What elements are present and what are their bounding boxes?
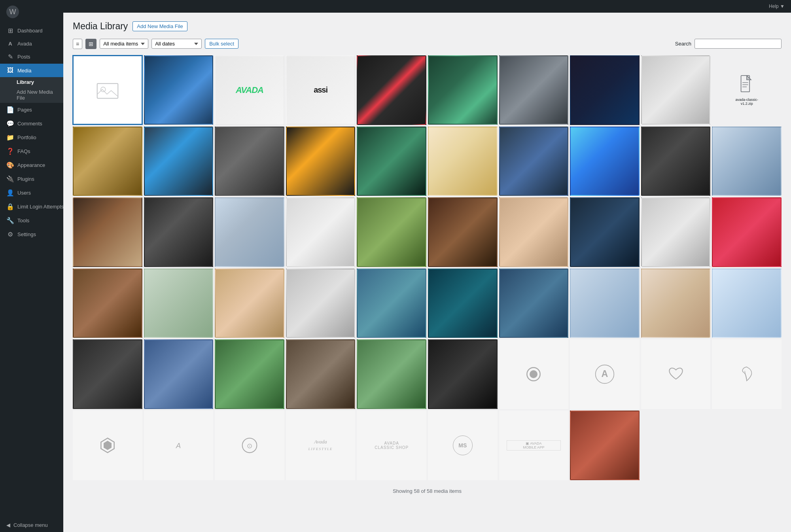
media-item[interactable] xyxy=(215,127,284,196)
media-item[interactable] xyxy=(499,339,569,409)
media-item[interactable] xyxy=(144,55,214,125)
media-item[interactable] xyxy=(357,127,426,196)
media-item[interactable] xyxy=(73,411,142,480)
help-button[interactable]: Help ▼ xyxy=(769,4,785,9)
media-item[interactable] xyxy=(570,197,640,267)
media-item[interactable] xyxy=(499,127,569,196)
sidebar-item-label: Tools xyxy=(17,218,29,223)
sidebar-item-users[interactable]: 👤 Users xyxy=(0,186,63,200)
media-item[interactable] xyxy=(286,339,356,409)
sidebar-item-dashboard[interactable]: ⊞ Dashboard xyxy=(0,24,63,38)
media-item[interactable]: AvadaLIFESTYLE xyxy=(286,411,356,480)
media-item[interactable] xyxy=(428,127,498,196)
media-item[interactable]: AVADA xyxy=(215,55,284,125)
media-item[interactable] xyxy=(499,197,569,267)
svg-marker-12 xyxy=(104,441,112,450)
svg-rect-0 xyxy=(97,83,118,98)
media-item[interactable] xyxy=(428,197,498,267)
sidebar-item-posts[interactable]: ✎ Posts xyxy=(0,50,63,64)
media-item[interactable] xyxy=(73,197,142,267)
media-item[interactable] xyxy=(570,269,640,338)
media-grid: AVADAassi avada-classic-v1.2.zip AA⊙Avad… xyxy=(73,55,782,480)
media-item[interactable] xyxy=(428,55,498,125)
media-item[interactable] xyxy=(641,127,711,196)
media-item[interactable] xyxy=(499,55,569,125)
wordpress-logo: W xyxy=(6,6,19,18)
media-item[interactable]: avada-classic-v1.2.zip xyxy=(712,55,782,125)
sidebar-item-label: Media xyxy=(17,68,31,74)
sidebar-item-faqs[interactable]: ❓ FAQs xyxy=(0,144,63,158)
media-item[interactable] xyxy=(144,269,214,338)
grid-view-button[interactable]: ⊞ xyxy=(85,39,97,49)
sidebar-item-limit-login[interactable]: 🔒 Limit Login Attempts xyxy=(0,200,63,214)
sidebar-item-appearance[interactable]: 🎨 Appearance xyxy=(0,158,63,172)
media-item[interactable]: assi xyxy=(286,55,356,125)
media-item[interactable] xyxy=(712,269,782,338)
sidebar-item-avada[interactable]: A Avada xyxy=(0,38,63,50)
media-item[interactable] xyxy=(215,339,284,409)
media-item[interactable] xyxy=(428,339,498,409)
media-item[interactable] xyxy=(570,55,640,125)
media-item[interactable] xyxy=(357,269,426,338)
sidebar-item-comments[interactable]: 💬 Comments xyxy=(0,117,63,131)
media-item[interactable] xyxy=(641,55,711,125)
svg-point-7 xyxy=(530,370,537,378)
sidebar-item-portfolio[interactable]: 📁 Portfolio xyxy=(0,131,63,144)
sidebar-item-label: Portfolio xyxy=(17,134,36,140)
collapse-menu-button[interactable]: ◀ Collapse menu xyxy=(0,518,63,532)
media-item[interactable] xyxy=(73,339,142,409)
media-item[interactable] xyxy=(215,269,284,338)
page-header: Media Library Add New Media File xyxy=(73,21,782,32)
media-item[interactable] xyxy=(357,339,426,409)
media-item[interactable]: AVADACLASSIC SHOP xyxy=(357,411,426,480)
media-item[interactable] xyxy=(357,197,426,267)
sidebar-item-media[interactable]: 🖼 Media xyxy=(0,64,63,77)
media-item[interactable]: ▣ AVADAMOBILE APP xyxy=(499,411,569,480)
media-item[interactable] xyxy=(286,127,356,196)
media-item[interactable] xyxy=(286,269,356,338)
media-item[interactable] xyxy=(712,339,782,409)
sidebar-subitem-add-new[interactable]: Add New Media File xyxy=(0,87,63,103)
sidebar-item-pages[interactable]: 📄 Pages xyxy=(0,103,63,117)
media-item[interactable] xyxy=(641,197,711,267)
media-item[interactable] xyxy=(357,55,426,125)
collapse-arrow-icon: ◀ xyxy=(6,522,10,528)
sidebar-nav-lower: 📄 Pages 💬 Comments 📁 Portfolio ❓ FAQs 🎨 … xyxy=(0,103,63,241)
sidebar-item-label: FAQs xyxy=(17,148,30,154)
list-view-button[interactable]: ≡ xyxy=(73,39,82,49)
add-new-media-button[interactable]: Add New Media File xyxy=(132,21,187,31)
posts-icon: ✎ xyxy=(6,53,14,61)
media-item[interactable]: MS xyxy=(428,411,498,480)
sidebar-subitem-library[interactable]: Library xyxy=(0,77,63,87)
settings-icon: ⚙ xyxy=(6,231,14,238)
media-item[interactable] xyxy=(428,269,498,338)
media-item[interactable] xyxy=(144,197,214,267)
media-item[interactable] xyxy=(570,411,640,480)
sidebar-item-settings[interactable]: ⚙ Settings xyxy=(0,227,63,241)
media-item[interactable] xyxy=(144,339,214,409)
media-item[interactable] xyxy=(641,339,711,409)
media-item[interactable] xyxy=(73,269,142,338)
bulk-select-button[interactable]: Bulk select xyxy=(205,39,238,49)
media-item[interactable]: A xyxy=(570,339,640,409)
media-item[interactable]: ⊙ xyxy=(215,411,284,480)
sidebar-item-tools[interactable]: 🔧 Tools xyxy=(0,214,63,227)
media-item[interactable] xyxy=(641,269,711,338)
media-item[interactable] xyxy=(499,269,569,338)
collapse-menu-label: Collapse menu xyxy=(13,522,48,528)
media-item[interactable] xyxy=(144,127,214,196)
media-item[interactable]: A xyxy=(144,411,214,480)
media-item[interactable] xyxy=(73,55,142,125)
media-item[interactable] xyxy=(286,197,356,267)
sidebar-item-label: Settings xyxy=(17,231,36,237)
media-item[interactable] xyxy=(215,197,284,267)
sidebar-item-plugins[interactable]: 🔌 Plugins xyxy=(0,172,63,186)
media-item[interactable] xyxy=(73,127,142,196)
filter-dates-select[interactable]: All dates January 2024 December 2023 xyxy=(151,39,202,49)
file-name: avada-classic-v1.2.zip xyxy=(735,98,758,106)
media-item[interactable] xyxy=(712,197,782,267)
media-item[interactable] xyxy=(712,127,782,196)
media-item[interactable] xyxy=(570,127,640,196)
filter-media-type-select[interactable]: All media items Images Audio Video Docum… xyxy=(100,39,148,49)
search-input[interactable] xyxy=(694,39,782,49)
